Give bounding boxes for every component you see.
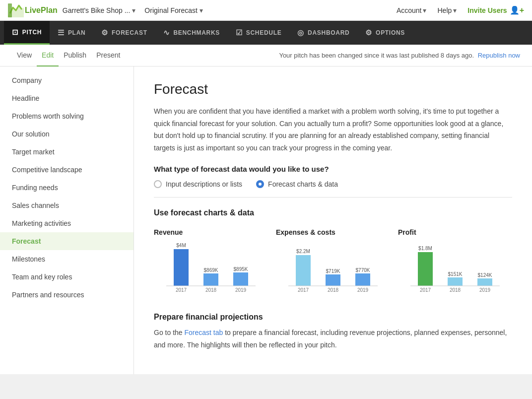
nav-item-benchmarks[interactable]: ∿ BENCHMARKS <box>155 21 228 45</box>
sidebar-item-funding[interactable]: Funding needs <box>0 179 133 197</box>
liveplan-wordmark: LivePlan <box>25 6 58 15</box>
radio-group: Input descriptions or lists Forecast cha… <box>154 180 512 188</box>
revenue-chart: $4M $869K $895K 2017 2018 2019 <box>154 242 268 297</box>
company-selector[interactable]: Garrett's Bike Shop ... ▾ <box>63 6 136 14</box>
top-nav: LivePlan Garrett's Bike Shop ... ▾ Origi… <box>0 0 532 21</box>
logo[interactable]: LivePlan <box>8 3 58 17</box>
intro-text: When you are confident that you have ide… <box>154 105 512 154</box>
sub-nav: View Edit Publish Present Your pitch has… <box>0 45 532 66</box>
radio-forecast-charts[interactable]: Forecast charts & data <box>256 180 338 188</box>
sub-nav-edit[interactable]: Edit <box>37 45 59 66</box>
sidebar-item-target-market[interactable]: Target market <box>0 143 133 161</box>
forecast-question: What type of forecast data would you lik… <box>154 165 512 173</box>
pitch-icon: ⊡ <box>12 28 19 37</box>
svg-text:2017: 2017 <box>420 287 431 293</box>
forecast-tab-link[interactable]: Forecast tab <box>184 329 223 336</box>
sidebar-item-partners[interactable]: Partners and resources <box>0 286 133 304</box>
svg-text:$1.8M: $1.8M <box>418 246 432 251</box>
forecast-caret-icon: ▾ <box>200 6 203 14</box>
sidebar-item-company[interactable]: Company <box>0 71 133 89</box>
nav-item-pitch[interactable]: ⊡ PITCH <box>4 21 50 45</box>
republish-notice: Your pitch has been changed since it was… <box>279 52 520 59</box>
nav-item-options[interactable]: ⚙ OPTIONS <box>357 21 413 45</box>
liveplan-logo-icon <box>8 3 24 17</box>
main-nav: ⊡ PITCH ☰ PLAN ⚙ FORECAST ∿ BENCHMARKS ☑… <box>0 21 532 45</box>
svg-text:2019: 2019 <box>357 287 369 293</box>
nav-item-schedule[interactable]: ☑ SCHEDULE <box>228 21 289 45</box>
svg-text:2019: 2019 <box>235 287 247 293</box>
nav-item-dashboard[interactable]: ◎ DASHBOARD <box>289 21 357 45</box>
company-caret-icon: ▾ <box>132 6 135 14</box>
profit-chart-block: Profit $1.8M $151K $124K <box>398 228 512 297</box>
profit-svg: $1.8M $151K $124K 2017 2018 2019 <box>398 242 512 297</box>
sidebar-item-competitive[interactable]: Competitive landscape <box>0 161 133 179</box>
radio-circle-unselected <box>154 180 162 188</box>
sidebar-item-solution[interactable]: Our solution <box>0 125 133 143</box>
account-caret-icon: ▾ <box>423 6 426 14</box>
section-divider <box>154 197 512 198</box>
svg-text:2019: 2019 <box>479 287 491 293</box>
svg-rect-0 <box>8 3 12 17</box>
svg-text:$4M: $4M <box>176 243 186 248</box>
sub-nav-publish[interactable]: Publish <box>59 45 91 66</box>
sidebar-item-marketing[interactable]: Marketing activities <box>0 214 133 232</box>
svg-rect-2 <box>174 249 189 286</box>
prepare-section-title: Prepare financial projections <box>154 313 512 322</box>
svg-text:$151K: $151K <box>448 271 463 277</box>
svg-rect-22 <box>418 252 433 286</box>
page-layout: Company Headline Problems worth solving … <box>0 66 532 374</box>
radio-input-descriptions[interactable]: Input descriptions or lists <box>154 180 242 188</box>
plan-icon: ☰ <box>58 28 65 37</box>
republish-link[interactable]: Republish now <box>478 52 520 59</box>
sidebar-item-milestones[interactable]: Milestones <box>0 250 133 268</box>
svg-rect-16 <box>355 273 370 286</box>
charts-row: Revenue $4M $869K $895K <box>154 228 512 297</box>
svg-text:2018: 2018 <box>328 287 339 293</box>
expenses-svg: $2.2M $719K $770K 2017 2018 2019 <box>276 242 390 297</box>
main-content: Forecast When you are confident that you… <box>134 66 532 374</box>
svg-rect-12 <box>296 255 311 286</box>
svg-rect-6 <box>233 272 248 286</box>
sidebar-item-forecast[interactable]: Forecast <box>0 232 133 250</box>
nav-item-plan[interactable]: ☰ PLAN <box>50 21 93 45</box>
top-nav-right: Account ▾ Help ▾ Invite Users 👤+ <box>397 5 524 15</box>
invite-users-button[interactable]: Invite Users 👤+ <box>467 5 524 15</box>
expenses-chart: $2.2M $719K $770K 2017 2018 2019 <box>276 242 390 297</box>
sidebar: Company Headline Problems worth solving … <box>0 66 134 374</box>
sub-nav-present[interactable]: Present <box>91 45 125 66</box>
svg-text:2018: 2018 <box>450 287 461 293</box>
svg-text:$124K: $124K <box>478 272 492 278</box>
profit-chart-title: Profit <box>398 228 512 236</box>
sidebar-item-headline[interactable]: Headline <box>0 89 133 107</box>
benchmarks-icon: ∿ <box>163 28 170 37</box>
svg-rect-26 <box>477 278 492 286</box>
svg-text:$2.2M: $2.2M <box>296 249 310 254</box>
svg-text:$770K: $770K <box>356 267 370 273</box>
revenue-chart-block: Revenue $4M $869K $895K <box>154 228 276 297</box>
forecast-selector[interactable]: Original Forecast ▾ <box>144 6 203 14</box>
profit-chart: $1.8M $151K $124K 2017 2018 2019 <box>398 242 512 297</box>
dashboard-icon: ◎ <box>297 28 304 37</box>
charts-section-title: Use forecast charts & data <box>154 208 512 217</box>
revenue-svg: $4M $869K $895K 2017 2018 2019 <box>154 242 268 297</box>
expenses-chart-block: Expenses & costs $2.2M $719K $770K <box>276 228 398 297</box>
sidebar-item-problems[interactable]: Problems worth solving <box>0 107 133 125</box>
invite-icon: 👤+ <box>510 5 524 15</box>
svg-rect-4 <box>203 273 218 286</box>
page-title: Forecast <box>154 81 512 97</box>
options-icon: ⚙ <box>365 28 372 37</box>
svg-text:2017: 2017 <box>298 287 309 293</box>
svg-text:2017: 2017 <box>176 287 187 293</box>
sub-nav-view[interactable]: View <box>12 45 37 66</box>
svg-text:2018: 2018 <box>205 287 217 293</box>
account-menu[interactable]: Account ▾ <box>397 6 427 14</box>
svg-text:$895K: $895K <box>234 266 248 272</box>
sidebar-item-sales[interactable]: Sales channels <box>0 197 133 214</box>
nav-item-forecast[interactable]: ⚙ FORECAST <box>93 21 155 45</box>
sidebar-item-team[interactable]: Team and key roles <box>0 268 133 286</box>
help-caret-icon: ▾ <box>453 6 457 14</box>
expenses-chart-title: Expenses & costs <box>276 228 390 236</box>
svg-rect-24 <box>448 277 463 286</box>
help-menu[interactable]: Help ▾ <box>437 6 457 14</box>
svg-text:$719K: $719K <box>326 268 340 274</box>
